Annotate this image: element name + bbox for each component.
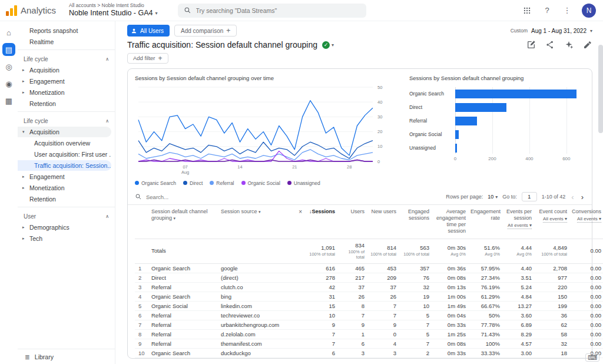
clear-filter-icon[interactable]: ×: [299, 209, 302, 216]
column-header-session-source[interactable]: ×Session source ▾: [220, 205, 306, 239]
table-search[interactable]: [135, 193, 446, 200]
sidebar-item-monetization[interactable]: ▸Monetization: [18, 87, 111, 98]
chevron-right-icon[interactable]: ▸: [22, 186, 29, 190]
collapse-icon[interactable]: ∧: [105, 118, 109, 124]
metric-event-selector[interactable]: All events ▾: [577, 216, 601, 223]
sidebar-item-acquisition-overview[interactable]: Acquisition overview: [18, 138, 111, 148]
cell-metric: 5: [400, 310, 433, 320]
rows-per-page-select[interactable]: 10 ▾: [488, 194, 498, 200]
property-switcher[interactable]: All accounts > Noble Intent Studio Noble…: [69, 3, 157, 17]
svg-text:50: 50: [377, 84, 382, 90]
bar-category-label: Referral: [409, 118, 455, 124]
analytics-logo-icon[interactable]: [6, 5, 17, 16]
bar-fill[interactable]: [455, 117, 477, 125]
cell-metric: 357: [400, 263, 433, 273]
metric-event-selector[interactable]: All events ▾: [508, 223, 532, 229]
global-search[interactable]: [178, 4, 366, 18]
customize-report-icon[interactable]: [526, 40, 536, 49]
cell-channel: Referral: [150, 310, 220, 320]
sidebar-item-reports-snapshot[interactable]: Reports snapshot: [18, 25, 111, 36]
sidebar-item-label: Engagement: [29, 78, 65, 85]
bar-fill[interactable]: [455, 103, 506, 112]
edit-icon[interactable]: [583, 40, 592, 49]
chevron-right-icon[interactable]: ▸: [22, 90, 29, 95]
column-header-new-users[interactable]: New users: [368, 205, 400, 239]
table-row: 6Referraltechreviewer.co107750m 04s50%3.…: [135, 310, 603, 320]
keyboard-icon[interactable]: ⌨: [585, 353, 599, 362]
sidebar-item-retention[interactable]: Retention: [18, 194, 111, 204]
chevron-right-icon[interactable]: ▸: [22, 79, 29, 84]
bar-track: [455, 90, 581, 98]
scrollbar[interactable]: [598, 45, 603, 363]
sidebar-item-acquisition[interactable]: ▾Acquisition: [18, 127, 111, 137]
next-page-icon[interactable]: ›: [580, 193, 585, 201]
legend-dot-icon: [183, 181, 187, 185]
apps-grid-icon[interactable]: [522, 5, 532, 16]
bar-fill[interactable]: [455, 144, 457, 153]
sidebar-item-acquisition[interactable]: ▸Acquisition: [18, 65, 111, 75]
sidebar-item-tech[interactable]: ▸Tech: [18, 233, 111, 244]
date-range-picker[interactable]: Custom Aug 1 - Aug 31, 2022 ▾: [511, 28, 592, 34]
column-header-engaged-sessions[interactable]: Engaged sessions: [400, 205, 433, 239]
legend-item-unassigned: Unassigned: [287, 180, 320, 186]
advertising-icon[interactable]: ◉: [2, 77, 15, 90]
chevron-right-icon[interactable]: ▸: [22, 225, 29, 230]
metric-event-selector[interactable]: All events ▾: [543, 216, 567, 223]
all-users-chip[interactable]: All Users: [127, 25, 170, 37]
line-chart-panel: Sessions by Session default channel grou…: [135, 75, 399, 186]
column-header-average-engagement-time-per-session[interactable]: Average engagement time per session: [433, 205, 469, 239]
avatar[interactable]: N: [582, 4, 596, 18]
bar-fill[interactable]: [455, 90, 577, 98]
chevron-down-icon[interactable]: ▾: [155, 11, 157, 16]
insights-icon[interactable]: [564, 40, 574, 49]
configure-icon[interactable]: ▦: [2, 94, 15, 107]
bar-axis: 0200400600: [455, 155, 581, 163]
add-filter-button[interactable]: Add filter +: [127, 53, 168, 64]
column-header-event-count[interactable]: Event countAll events ▾: [535, 205, 571, 239]
help-icon[interactable]: ?: [542, 5, 552, 16]
sidebar-item-realtime[interactable]: Realtime: [18, 37, 111, 47]
axis-tick-label: 200: [488, 156, 496, 161]
cell-metric: 9: [306, 320, 339, 329]
sidebar-item-engagement[interactable]: ▸Engagement: [18, 76, 111, 87]
column-header-session-default-channel-grouping[interactable]: Session default channel grouping ▾: [150, 205, 220, 239]
reports-icon[interactable]: ▤: [2, 43, 15, 56]
chevron-down-icon[interactable]: ▾: [332, 42, 334, 48]
cell-source: (direct): [220, 273, 306, 282]
collapse-icon[interactable]: ∧: [105, 214, 109, 219]
chevron-down-icon[interactable]: ▾: [259, 210, 261, 214]
column-header-engagement-rate[interactable]: Engagement rate: [469, 205, 503, 239]
goto-page-input[interactable]: [522, 192, 537, 201]
cell-source: d.zelolab.com: [220, 329, 306, 339]
sidebar-item-traffic-acquisition-session[interactable]: Traffic acquisition: Session...: [18, 160, 111, 171]
cell-metric: 32: [535, 339, 571, 348]
sidebar-item-user-acquisition-first-user[interactable]: User acquisition: First user ..: [18, 149, 111, 160]
sidebar-item-engagement[interactable]: ▸Engagement: [18, 171, 111, 182]
bar-fill[interactable]: [455, 130, 459, 139]
column-header-events-per-session[interactable]: Events per sessionAll events ▾: [503, 205, 535, 239]
chevron-right-icon[interactable]: ▸: [22, 174, 29, 179]
sidebar-item-retention[interactable]: Retention: [18, 98, 111, 109]
chevron-down-icon[interactable]: ▾: [22, 130, 29, 134]
sidebar-item-monetization[interactable]: ▸Monetization: [18, 183, 111, 193]
home-icon[interactable]: ⌂: [2, 26, 15, 39]
share-icon[interactable]: [545, 40, 555, 49]
column-header-users[interactable]: Users: [339, 205, 368, 239]
sidebar-item-demographics[interactable]: ▸Demographics: [18, 222, 111, 233]
row-number: 10: [135, 348, 150, 358]
data-quality-check-icon[interactable]: ✓: [322, 41, 330, 49]
explore-icon[interactable]: ◎: [2, 60, 15, 73]
global-search-input[interactable]: [196, 7, 337, 14]
cell-metric: 0m 36s: [433, 263, 469, 273]
sidebar-item-library[interactable]: ≣ Library: [18, 349, 115, 364]
column-header-sessions[interactable]: ↓Sessions: [306, 205, 339, 239]
prev-page-icon[interactable]: ‹: [570, 193, 575, 201]
chevron-down-icon[interactable]: ▾: [174, 216, 176, 220]
collapse-icon[interactable]: ∧: [105, 57, 109, 62]
chevron-right-icon[interactable]: ▸: [22, 236, 29, 241]
cell-metric: 57.95%: [469, 263, 503, 273]
add-comparison-button[interactable]: Add comparison +: [174, 25, 237, 37]
chevron-right-icon[interactable]: ▸: [22, 68, 29, 72]
more-vert-icon[interactable]: ⋮: [562, 5, 572, 16]
table-search-input[interactable]: [146, 194, 264, 200]
